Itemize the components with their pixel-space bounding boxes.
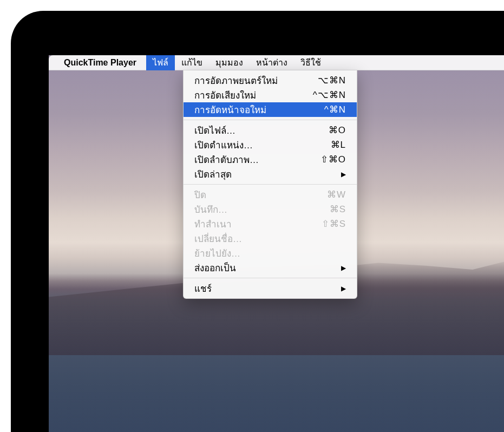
screen: QuickTime Player ไฟล์ แก้ไข มุมมอง หน้าต… <box>49 55 504 432</box>
submenu-arrow-icon: ▶ <box>341 264 346 272</box>
menu-item-label: เปิดไฟล์… <box>194 123 329 138</box>
menu-item-shortcut: ⇧⌘O <box>320 154 346 165</box>
submenu-arrow-icon: ▶ <box>341 285 346 292</box>
menu-item-shortcut: ⌘S <box>330 204 346 215</box>
menu-item-label: เปิดลำดับภาพ… <box>194 152 320 167</box>
menu-item-shortcut: ⌘O <box>329 125 346 136</box>
menu-separator <box>184 278 357 278</box>
menu-help[interactable]: วิธีใช้ <box>294 55 328 70</box>
menu-item-new-audio-recording[interactable]: การอัดเสียงใหม่ ^⌥⌘N <box>184 88 357 102</box>
submenu-arrow-icon: ▶ <box>341 171 346 178</box>
menu-item-shortcut: ^⌘N <box>324 104 346 115</box>
menu-item-shortcut: ^⌥⌘N <box>313 89 346 101</box>
menu-item-open-file[interactable]: เปิดไฟล์… ⌘O <box>184 123 357 138</box>
menu-item-label: เปลี่ยนชื่อ… <box>194 231 346 246</box>
menu-item-rename: เปลี่ยนชื่อ… <box>184 231 357 246</box>
menu-item-export-as[interactable]: ส่งออกเป็น ▶ <box>184 260 357 275</box>
menu-item-duplicate: ทำสำเนา ⇧⌘S <box>184 217 357 231</box>
menu-item-new-movie-recording[interactable]: การอัดภาพยนตร์ใหม่ ⌥⌘N <box>184 73 357 88</box>
menu-item-label: เปิดตำแหน่ง… <box>194 138 331 152</box>
menu-item-label: ทำสำเนา <box>194 217 322 231</box>
menu-item-label: ปิด <box>194 187 327 202</box>
menubar: QuickTime Player ไฟล์ แก้ไข มุมมอง หน้าต… <box>49 55 504 70</box>
menu-item-label: การอัดหน้าจอใหม่ <box>194 102 324 117</box>
screen-bezel: QuickTime Player ไฟล์ แก้ไข มุมมอง หน้าต… <box>11 11 504 432</box>
menu-item-share[interactable]: แชร์ ▶ <box>184 281 357 296</box>
menu-item-label: การอัดเสียงใหม่ <box>194 88 313 102</box>
menu-item-label: เปิดล่าสุด <box>194 167 341 181</box>
menu-item-open-location[interactable]: เปิดตำแหน่ง… ⌘L <box>184 138 357 152</box>
menu-item-close: ปิด ⌘W <box>184 187 357 202</box>
device-frame: QuickTime Player ไฟล์ แก้ไข มุมมอง หน้าต… <box>0 0 504 432</box>
menu-item-new-screen-recording[interactable]: การอัดหน้าจอใหม่ ^⌘N <box>184 102 357 117</box>
menu-separator <box>184 120 357 120</box>
menu-item-shortcut: ⌘W <box>327 189 346 200</box>
menu-item-label: ย้ายไปยัง… <box>194 246 346 260</box>
menu-item-shortcut: ⌘L <box>331 139 346 150</box>
menu-window[interactable]: หน้าต่าง <box>250 55 294 70</box>
menu-separator <box>184 184 357 185</box>
menu-item-move-to: ย้ายไปยัง… <box>184 246 357 260</box>
menu-item-label: แชร์ <box>194 281 341 296</box>
file-menu-dropdown: การอัดภาพยนตร์ใหม่ ⌥⌘N การอัดเสียงใหม่ ^… <box>183 70 357 299</box>
menu-item-label: การอัดภาพยนตร์ใหม่ <box>194 73 318 88</box>
menu-view[interactable]: มุมมอง <box>209 55 250 70</box>
menu-file[interactable]: ไฟล์ <box>146 55 175 70</box>
menu-item-shortcut: ⇧⌘S <box>322 218 346 230</box>
menu-edit[interactable]: แก้ไข <box>175 55 209 70</box>
menu-item-save: บันทึก… ⌘S <box>184 202 357 217</box>
menu-item-shortcut: ⌥⌘N <box>318 75 346 86</box>
menu-item-open-image-sequence[interactable]: เปิดลำดับภาพ… ⇧⌘O <box>184 152 357 167</box>
menu-item-label: บันทึก… <box>194 202 330 217</box>
app-name[interactable]: QuickTime Player <box>64 58 136 68</box>
menu-item-label: ส่งออกเป็น <box>194 260 341 275</box>
menu-item-open-recent[interactable]: เปิดล่าสุด ▶ <box>184 167 357 181</box>
